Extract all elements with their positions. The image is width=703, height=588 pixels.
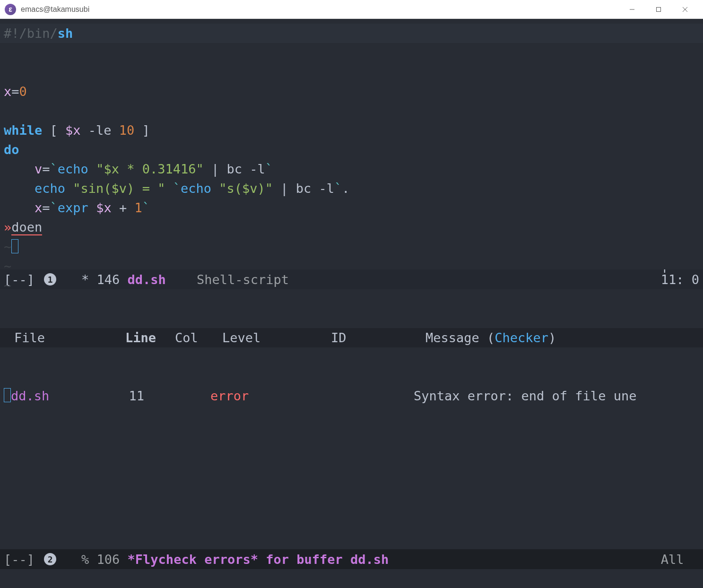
ml2-status: [--] xyxy=(4,552,42,567)
flycheck-pane[interactable]: File Line Col Level ID Message (Checker)… xyxy=(0,289,703,549)
flycheck-header: File Line Col Level ID Message (Checker) xyxy=(0,328,703,347)
minibuffer[interactable] xyxy=(0,569,703,588)
err-line: 11 xyxy=(102,386,163,406)
empty-line-tilde: ~ xyxy=(4,278,11,293)
err-id xyxy=(319,386,414,406)
col-line[interactable]: Line xyxy=(113,328,175,347)
col-message[interactable]: Message (Checker) xyxy=(425,328,698,347)
svg-rect-1 xyxy=(657,7,661,11)
col-level[interactable]: Level xyxy=(222,328,331,347)
empty-line-tilde: ~ xyxy=(4,239,11,254)
col-id[interactable]: ID xyxy=(331,328,425,347)
kw-do: do xyxy=(4,142,19,157)
kw-while: while xyxy=(4,123,42,138)
err-level: error xyxy=(210,386,319,406)
err-col xyxy=(163,386,210,406)
maximize-button[interactable] xyxy=(645,0,672,19)
minimize-button[interactable] xyxy=(619,0,645,19)
ml2-size: 106 xyxy=(97,552,128,567)
emacs-icon: ε xyxy=(5,4,16,15)
window-controls xyxy=(619,0,698,19)
shebang-path: /bin/ xyxy=(19,26,58,41)
empty-line-tilde: ~ xyxy=(4,259,11,273)
token-doen: doen xyxy=(11,220,42,235)
close-button[interactable] xyxy=(672,0,698,19)
var-x: x xyxy=(4,84,11,99)
window-titlebar: ε emacs@takamusubi xyxy=(0,0,703,19)
error-fringe-marker: » xyxy=(4,220,11,234)
titlebar-left: ε emacs@takamusubi xyxy=(5,4,89,15)
window-title: emacs@takamusubi xyxy=(21,5,89,14)
modeline-flycheck[interactable]: [--] 2 % 106 *Flycheck errors* for buffe… xyxy=(0,549,703,569)
col-col[interactable]: Col xyxy=(175,328,222,347)
editor-pane[interactable]: #!/bin/sh x=0 while [ $x -le 10 ] do v=`… xyxy=(0,19,703,269)
err-file: dd.sh xyxy=(11,389,49,403)
ml2-buffer-name: *Flycheck errors* xyxy=(128,552,258,567)
flycheck-cursor xyxy=(4,388,11,402)
cursor xyxy=(11,239,18,253)
ml2-percent: All xyxy=(661,552,699,567)
flycheck-error-row[interactable]: dd.sh 11 error Syntax error: end of file… xyxy=(0,386,703,406)
err-message: Syntax error: end of file une xyxy=(414,386,698,406)
window-number-badge: 2 xyxy=(44,553,56,565)
shebang-cmd: sh xyxy=(58,26,73,41)
col-file[interactable]: File xyxy=(14,328,113,347)
shebang-prefix: #! xyxy=(4,26,19,41)
